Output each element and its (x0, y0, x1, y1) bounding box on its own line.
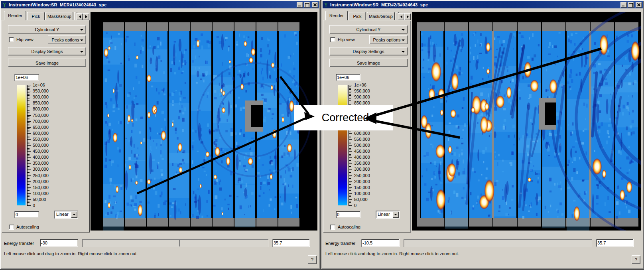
scale-max-input[interactable] (14, 74, 39, 81)
energy-min-input[interactable] (361, 239, 400, 247)
colorbar-tick-label: 150,000 (354, 185, 370, 190)
colorbar-tick-label: 100,000 (33, 191, 49, 196)
instrument-render-view[interactable] (412, 12, 641, 231)
colorbar-tick (349, 151, 352, 152)
projection-dropdown[interactable]: Cylindrical Y (329, 25, 408, 34)
window-title: InstrumentWindow:SR_MER#2/3#024643_spe (330, 2, 428, 7)
colorbar-tick-label: 250,000 (33, 173, 49, 178)
window-title: InstrumentWindow:SR_MER#1/3#024643_spe (9, 2, 106, 7)
colorbar-tick (27, 109, 31, 109)
scale-max-input[interactable] (336, 74, 360, 81)
energy-max-input[interactable] (596, 239, 634, 247)
energy-slider-handle[interactable] (179, 240, 180, 246)
autoscaling-checkbox[interactable] (330, 225, 335, 230)
energy-slider[interactable] (82, 239, 268, 247)
window-titlebar[interactable]: InstrumentWindow:SR_MER#2/3#024643_spe (323, 1, 643, 8)
energy-slider[interactable] (404, 239, 592, 247)
chevron-down-icon (80, 39, 83, 41)
save-image-button[interactable]: Save image (329, 59, 408, 67)
scale-type-combo[interactable]: Linear (376, 211, 400, 219)
minimize-icon[interactable] (297, 2, 303, 8)
colorbar-tick (349, 103, 352, 103)
tab-mask-group[interactable]: Mask/Group (45, 12, 73, 20)
display-settings-dropdown[interactable]: Display Settings (329, 47, 408, 55)
help-button[interactable]: ? (308, 255, 317, 264)
autoscaling-label: Autoscaling (338, 225, 360, 229)
tab-render[interactable]: Render (4, 11, 26, 20)
colorbar-tick (349, 163, 352, 164)
close-icon[interactable] (312, 2, 318, 8)
autoscaling-checkbox[interactable] (9, 225, 14, 230)
annotation-label: Corrected (322, 112, 369, 124)
status-bar-text: Left mouse click and drag to zoom in. Ri… (4, 251, 138, 256)
instrument-window: InstrumentWindow:SR_MER#1/3#024643_spe R… (0, 0, 320, 269)
flip-view-label: Flip view (338, 37, 355, 42)
colorbar-tick-label: 300,000 (33, 167, 49, 171)
colorbar-tick (27, 97, 31, 97)
tab-pick[interactable]: Pick (27, 12, 45, 20)
peaks-options-dropdown[interactable]: Peaks options (369, 35, 408, 44)
colorbar-tick (349, 139, 352, 140)
chevron-down-icon (80, 29, 83, 31)
colorbar-tick (27, 169, 31, 169)
arrow-left-icon[interactable] (398, 13, 404, 20)
arrow-left-icon[interactable] (77, 13, 83, 20)
save-image-button[interactable]: Save image (8, 59, 86, 67)
projection-dropdown[interactable]: Cylindrical Y (8, 25, 86, 34)
energy-min-input[interactable] (40, 239, 78, 247)
colorbar-tick (27, 157, 31, 158)
arrow-right-icon[interactable] (83, 13, 89, 20)
colorbar-tick-label: 250,000 (354, 173, 370, 178)
flip-view-checkbox[interactable] (9, 37, 14, 42)
colorbar-tick (349, 181, 352, 182)
display-settings-dropdown[interactable]: Display Settings (8, 47, 86, 55)
energy-max-input[interactable] (272, 239, 310, 247)
instrument-render-view[interactable] (91, 12, 317, 231)
colorbar-tick-label: 200,000 (33, 179, 49, 184)
colorbar-tick-label: 450,000 (354, 149, 370, 154)
minimize-icon[interactable] (620, 2, 627, 8)
colorbar-tick (27, 187, 31, 188)
mantid-plant-icon (323, 2, 329, 8)
colorbar-tick-label: 600,000 (354, 131, 370, 136)
autoscaling-label: Autoscaling (16, 225, 39, 229)
annotation-label-box: Corrected (294, 105, 393, 130)
colorbar[interactable]: 1e+06950,000900,000850,000800,000750,000… (337, 85, 397, 211)
colorbar-tick (27, 175, 31, 176)
colorbar-tick-label: 350,000 (33, 161, 49, 166)
scale-type-combo[interactable]: Linear (54, 211, 78, 219)
colorbar-tick-label: 400,000 (33, 155, 49, 160)
maximize-icon[interactable] (304, 2, 310, 8)
help-button[interactable]: ? (632, 255, 640, 264)
colorbar-tick (27, 205, 31, 206)
colorbar-tick-label: 200,000 (354, 179, 370, 184)
colorbar-tick-label: 600,000 (33, 131, 49, 136)
close-icon[interactable] (636, 2, 642, 8)
peaks-options-dropdown[interactable]: Peaks options (48, 35, 86, 44)
flip-view-checkbox[interactable] (330, 37, 335, 42)
chevron-down-icon (402, 51, 405, 53)
scale-min-input[interactable] (14, 211, 39, 218)
arrow-right-icon[interactable] (404, 13, 411, 20)
colorbar-tick-label: 500,000 (33, 143, 49, 148)
colorbar-tick (349, 187, 352, 188)
maximize-icon[interactable] (628, 2, 634, 8)
colorbar-tick (27, 85, 31, 85)
colorbar-tick-label: 1e+06 (354, 83, 366, 87)
window-titlebar[interactable]: InstrumentWindow:SR_MER#1/3#024643_spe (1, 1, 319, 8)
tab-mask-group[interactable]: Mask/Group (367, 12, 395, 20)
colorbar-tick (349, 175, 352, 176)
scale-min-input[interactable] (336, 211, 360, 218)
colorbar-tick (27, 145, 31, 146)
colorbar-tick (349, 169, 352, 169)
colorbar-tick (27, 139, 31, 140)
energy-transfer-label: Energy transfer (325, 241, 355, 246)
colorbar-tick-label: 0 (354, 203, 356, 208)
colorbar[interactable]: 1e+06950,000900,000850,000800,000750,000… (16, 85, 76, 211)
colorbar-tick (349, 91, 352, 91)
flip-view-label: Flip view (16, 37, 33, 42)
instrument-window: InstrumentWindow:SR_MER#2/3#024643_spe R… (321, 0, 644, 269)
chevron-down-icon (402, 39, 405, 41)
tab-pick[interactable]: Pick (349, 12, 366, 20)
tab-render[interactable]: Render (325, 11, 348, 20)
